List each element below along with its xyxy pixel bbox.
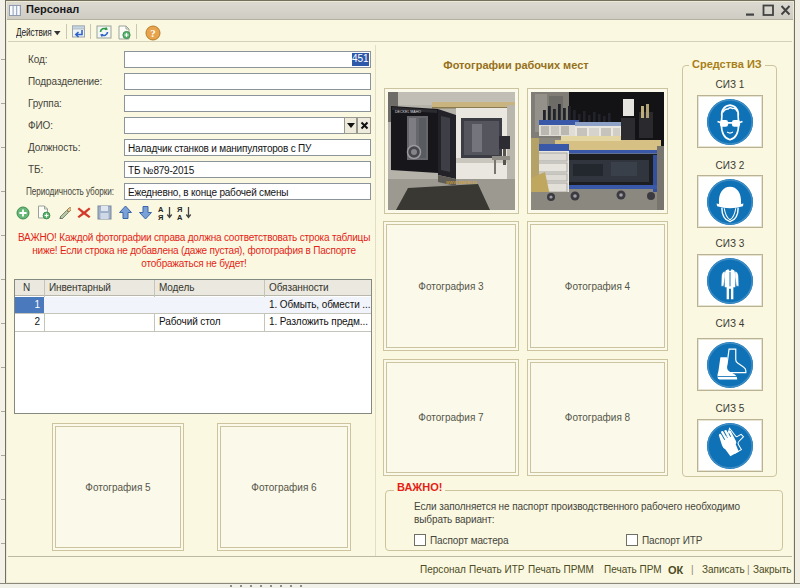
- svg-text:?: ?: [150, 27, 156, 39]
- svg-text:Я: Я: [158, 213, 163, 220]
- svg-text:DECKEL MAHO: DECKEL MAHO: [395, 110, 421, 114]
- svg-text:А: А: [177, 213, 183, 220]
- svg-text:www.stanki.ru: www.stanki.ru: [446, 179, 477, 185]
